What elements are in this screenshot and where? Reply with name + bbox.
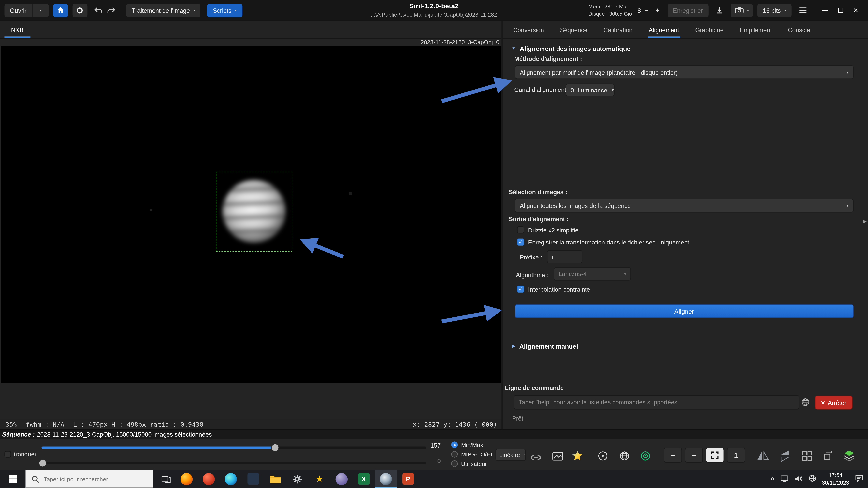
network-tray-icon[interactable] (808, 474, 816, 484)
flip-horizontal-button[interactable] (756, 449, 769, 462)
auto-align-expander[interactable]: ▼ Alignement des images automatique (512, 45, 630, 52)
taskbar-app-explorer[interactable] (264, 470, 286, 488)
faint-star (150, 208, 152, 212)
clock-time: 17:54 (822, 471, 849, 479)
psf-button[interactable] (596, 449, 609, 462)
start-button[interactable] (0, 470, 26, 488)
sequence-label: Séquence : (2, 431, 35, 438)
gray-app-icon (336, 473, 348, 485)
hamburger-menu-button[interactable] (796, 4, 809, 17)
command-input[interactable] (514, 395, 799, 410)
zoom-out-preview-button[interactable]: − (641, 4, 652, 17)
stop-cross-icon: × (821, 399, 825, 406)
tray-expand-button[interactable]: ^ (771, 476, 774, 482)
scripts-menu-button[interactable]: Scripts ▾ (207, 4, 242, 17)
zoom-fit-button[interactable] (706, 448, 724, 462)
taskbar-clock[interactable]: 17:54 30/11/2023 (822, 471, 849, 486)
tab-calibration[interactable]: Calibration (602, 21, 634, 38)
close-button[interactable]: × (848, 2, 864, 19)
stop-button[interactable]: × Arrêter (815, 395, 852, 409)
search-input[interactable] (26, 470, 153, 487)
action-center-button[interactable] (855, 474, 864, 484)
selection-combobox[interactable]: Aligner toutes les images de la séquence… (515, 199, 854, 213)
open-button[interactable]: Ouvrir (4, 4, 32, 17)
undo-button[interactable] (92, 4, 105, 17)
align-button[interactable]: Aligner (515, 304, 854, 318)
taskbar-search[interactable] (26, 470, 153, 488)
tab-empilement[interactable]: Empilement (739, 21, 773, 38)
annotations-button[interactable] (551, 449, 564, 462)
binning-button[interactable] (801, 449, 814, 462)
window-title: Siril-1.2.0-beta2 ...\A Publier\avec Man… (371, 2, 497, 18)
lo-slider[interactable] (41, 462, 426, 464)
star-detection-button[interactable] (571, 449, 584, 462)
method-combobox[interactable]: Alignement par motif de l'image (planéta… (515, 65, 854, 79)
taskbar-app-dark[interactable] (242, 470, 264, 488)
home-button[interactable] (53, 4, 68, 17)
task-view-button[interactable] (157, 470, 175, 488)
scale-mode-minmax[interactable]: Min/Max (451, 441, 483, 449)
lo-slider-handle[interactable] (39, 459, 46, 467)
taskbar-app-gray[interactable] (331, 470, 352, 488)
taskbar-app-red[interactable] (198, 470, 220, 488)
taskbar-app-powerpoint[interactable]: P (397, 470, 419, 488)
link-channels-button[interactable] (529, 451, 542, 464)
selection-label: Sélection d'images : (509, 189, 567, 195)
taskbar-app-firefox[interactable] (176, 470, 198, 488)
hi-slider[interactable] (41, 447, 426, 449)
volume-tray-icon[interactable] (794, 475, 803, 483)
prefix-input[interactable] (547, 250, 582, 263)
tab-conversion[interactable]: Conversion (512, 21, 545, 38)
tab-nb[interactable]: N&B (4, 21, 30, 38)
save-as-button[interactable] (713, 4, 726, 17)
channel-combobox[interactable]: 0: Luminance ▾ (566, 84, 615, 96)
selection-box[interactable] (216, 171, 292, 252)
sequence-info: 2023-11-28-2120_3-CapObj, 15000/15000 im… (37, 431, 212, 438)
display-mode-combobox[interactable]: Linéaire ▾ (495, 449, 526, 461)
photometry-button[interactable] (639, 449, 652, 462)
snapshot-button[interactable]: ▾ (731, 4, 753, 17)
manual-align-expander[interactable]: ▶ Alignement manuel (512, 343, 578, 350)
image-processing-menu-button[interactable]: Traitement de l'image ▾ (126, 4, 201, 17)
hi-slider-handle[interactable] (271, 444, 279, 452)
image-display[interactable] (1, 46, 502, 383)
taskbar-app-excel[interactable]: X (352, 470, 375, 488)
zoom-out-button[interactable]: − (664, 448, 682, 462)
taskbar-app-edge[interactable] (220, 470, 242, 488)
taskbar-app-star[interactable]: ★ (308, 470, 331, 488)
online-help-button[interactable] (801, 397, 811, 408)
record-button[interactable] (72, 4, 87, 17)
chevron-down-icon: ▾ (612, 88, 614, 92)
tab-sequence[interactable]: Séquence (559, 21, 588, 38)
rgb-layers-button[interactable] (842, 449, 856, 462)
interpolation-checkbox[interactable]: ✓ (517, 286, 524, 293)
tab-alignement[interactable]: Alignement (648, 21, 680, 38)
astrometry-button[interactable] (618, 449, 631, 462)
dark-app-icon (247, 473, 259, 485)
drizzle-checkbox[interactable]: ✓ (517, 226, 524, 233)
zoom-in-preview-button[interactable]: + (652, 4, 663, 17)
rotate-button[interactable] (822, 449, 835, 462)
zoom-100-button[interactable]: 1 (727, 448, 745, 462)
taskbar-app-siril[interactable] (375, 470, 397, 488)
zoom-in-button[interactable]: + (685, 448, 703, 462)
scale-mode-mips[interactable]: MIPS-LO/HI (451, 450, 492, 458)
tab-console[interactable]: Console (787, 21, 811, 38)
truncate-checkbox[interactable]: ✓ (4, 451, 11, 458)
save-transform-checkbox[interactable]: ✓ (517, 238, 524, 246)
tab-graphique[interactable]: Graphique (694, 21, 724, 38)
taskbar-app-settings[interactable] (286, 470, 308, 488)
image-canvas[interactable]: 2023-11-28-2120_3-CapObj_0 (0, 39, 501, 383)
scale-mode-user[interactable]: Utilisateur (451, 460, 487, 467)
maximize-button[interactable] (833, 2, 848, 19)
panel-collapse-handle[interactable]: ▶ (863, 219, 867, 224)
disk-space: Disque : 300.5 Gio (588, 10, 632, 18)
display-tray-icon[interactable] (780, 475, 789, 483)
save-button[interactable]: Enregistrer (668, 4, 708, 17)
redo-button[interactable] (105, 4, 118, 17)
open-recent-dropdown[interactable]: ▾ (32, 4, 49, 17)
bit-depth-selector[interactable]: 16 bits ▾ (757, 4, 792, 17)
globe-grid-icon (619, 450, 630, 461)
flip-vertical-button[interactable] (778, 449, 792, 462)
minimize-button[interactable] (817, 2, 833, 19)
